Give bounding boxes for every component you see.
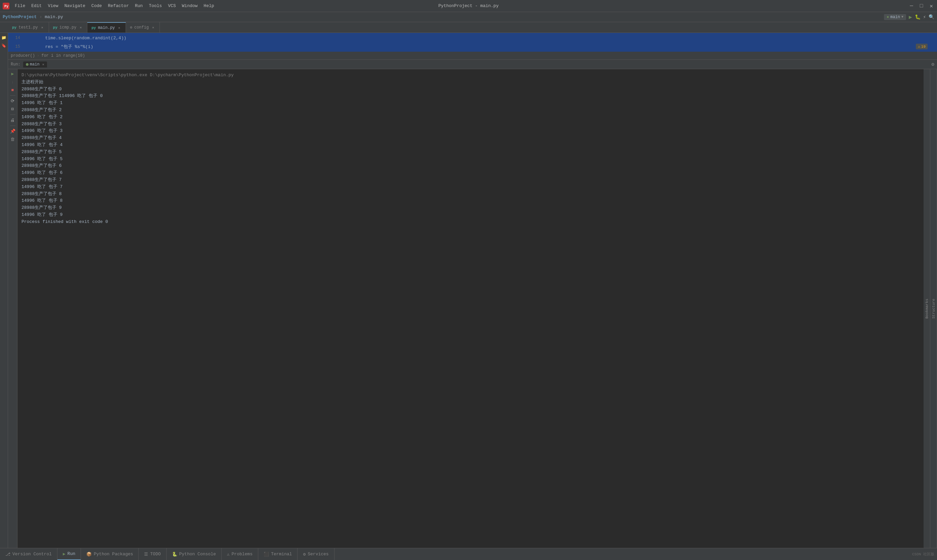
bottom-tab-run[interactable]: ▶ Run xyxy=(57,548,81,560)
run-print-button[interactable]: 🖨 xyxy=(9,117,16,123)
run-delete-button[interactable]: 🗑 xyxy=(9,136,16,143)
menu-window[interactable]: Window xyxy=(179,2,200,10)
output-line-19: 14996 吃了 包子 8 xyxy=(22,197,920,205)
project-bar: PythonProject › main.py ● main ▼ ▶ 🐛 ⚡ 🔍 xyxy=(0,12,937,22)
bottom-tab-problems[interactable]: ⚠ Problems xyxy=(222,548,258,560)
code-editor-selection: 14 time.sleep(random.randint(2,4)) 15 re… xyxy=(8,33,937,52)
structure-sidebar[interactable]: Structure xyxy=(930,69,937,548)
warning-badge[interactable]: ⚠ 19 xyxy=(916,44,928,49)
output-line-1: 主进程开始 xyxy=(22,79,920,86)
close-button[interactable]: ✕ xyxy=(928,2,934,11)
menu-tools[interactable]: Tools xyxy=(146,2,165,10)
output-line-10: 28988生产了包子 4 xyxy=(22,135,920,142)
run-pin-button[interactable]: 📌 xyxy=(9,128,16,135)
menu-navigate[interactable]: Navigate xyxy=(62,2,88,10)
run-config-selector[interactable]: ● main ▼ xyxy=(884,14,906,20)
run-button[interactable]: ▶ xyxy=(909,14,912,20)
packages-icon: 📦 xyxy=(86,552,92,557)
status-bar-right: CSDN 社区版 xyxy=(912,548,937,560)
tab-label: config xyxy=(134,25,149,30)
bottom-tab-python-packages[interactable]: 📦 Python Packages xyxy=(81,548,139,560)
terminal-icon: ⬛ xyxy=(264,552,269,557)
project-sidebar-icon[interactable]: 📁 xyxy=(1,34,8,41)
menu-bar: File Edit View Navigate Code Refactor Ru… xyxy=(12,2,217,10)
output-line-7: 14996 吃了 包子 2 xyxy=(22,114,920,121)
tab-close-button[interactable]: ✕ xyxy=(78,25,83,30)
tab-close-button[interactable]: ✕ xyxy=(40,25,45,30)
run-close-console-button[interactable]: ⊟ xyxy=(9,106,16,112)
problems-icon: ⚠ xyxy=(227,552,230,557)
output-line-8: 28988生产了包子 3 xyxy=(22,121,920,128)
tab-test1[interactable]: py test1.py ✕ xyxy=(8,22,49,32)
run-controls-sidebar: ▶ ↓ ■ ⟳ ⊟ 🖨 📌 🗑 xyxy=(8,69,17,548)
output-line-12: 28988生产了包子 5 xyxy=(22,149,920,156)
line-number: 14 xyxy=(11,35,24,40)
packages-label: Python Packages xyxy=(94,552,133,557)
debug-button[interactable]: 🐛 xyxy=(915,14,920,20)
code-breadcrumb: producer() › for i in range(10) xyxy=(8,52,937,60)
project-name[interactable]: PythonProject xyxy=(3,14,37,20)
line-content: res = "包子 %s"%(i) xyxy=(24,44,93,50)
maximize-button[interactable]: □ xyxy=(919,2,925,11)
bottom-tab-terminal[interactable]: ⬛ Terminal xyxy=(258,548,298,560)
bottom-tab-todo[interactable]: ☰ TODO xyxy=(139,548,166,560)
run-output[interactable]: D:\pycharm\PythonProject\venv\Scripts\py… xyxy=(17,69,923,548)
py-file-icon: py xyxy=(91,26,96,30)
output-line-6: 28988生产了包子 2 xyxy=(22,107,920,114)
bottom-tab-python-console[interactable]: 🐍 Python Console xyxy=(166,548,222,560)
output-line-2: 28988生产了包子 0 xyxy=(22,86,920,93)
tab-config[interactable]: ⚙ config ✕ xyxy=(126,22,160,32)
line-number: 15 xyxy=(11,44,24,49)
run-tab-close[interactable]: ✕ xyxy=(42,62,44,66)
tabs-bar: py test1.py ✕ py icmp.py ✕ py main.py ✕ … xyxy=(0,22,937,33)
output-line-9: 14996 吃了 包子 3 xyxy=(22,128,920,135)
breadcrumb-item-for[interactable]: for i in range(10) xyxy=(41,53,85,58)
run-stop-button[interactable]: ■ xyxy=(9,87,16,93)
menu-help[interactable]: Help xyxy=(201,2,217,10)
problems-label: Problems xyxy=(232,552,252,557)
controls-separator xyxy=(10,95,15,96)
controls-separator-3 xyxy=(10,126,15,126)
minimize-button[interactable]: ─ xyxy=(908,2,914,11)
run-tab-name: main xyxy=(30,62,40,67)
tab-close-button[interactable]: ✕ xyxy=(117,26,122,30)
coverage-button[interactable]: ⚡ xyxy=(923,14,926,20)
bookmarks-sidebar[interactable]: Bookmarks xyxy=(923,69,930,548)
output-line-17: 14996 吃了 包子 7 xyxy=(22,184,920,191)
menu-refactor[interactable]: Refactor xyxy=(105,2,131,10)
output-line-3: 28988生产了包子 114996 吃了 包子 0 xyxy=(22,93,920,100)
menu-vcs[interactable]: VCS xyxy=(165,2,178,10)
menu-run[interactable]: Run xyxy=(132,2,145,10)
menu-code[interactable]: Code xyxy=(89,2,105,10)
app-logo: Py xyxy=(3,3,9,9)
tab-icmp[interactable]: py icmp.py ✕ xyxy=(49,22,88,32)
tab-close-button[interactable]: ✕ xyxy=(151,25,155,30)
run-tab-main[interactable]: main ✕ xyxy=(23,62,47,68)
bottom-tab-vcs[interactable]: ⎇ Version Control xyxy=(0,548,57,560)
run-resume-button[interactable]: ▶ xyxy=(9,71,16,77)
warning-icon: ⚠ xyxy=(918,44,920,49)
search-button[interactable]: 🔍 xyxy=(929,14,934,20)
line-content: time.sleep(random.randint(2,4)) xyxy=(24,35,126,41)
code-line-14[interactable]: 14 time.sleep(random.randint(2,4)) xyxy=(9,34,934,42)
console-label: Python Console xyxy=(179,552,216,557)
code-line-15[interactable]: 15 res = "包子 %s"%(i) xyxy=(9,42,934,51)
bookmark-sidebar-icon[interactable]: 🔖 xyxy=(1,42,8,49)
menu-file[interactable]: File xyxy=(12,2,28,10)
tab-main[interactable]: py main.py ✕ xyxy=(87,22,126,32)
run-panel-body: ▶ ↓ ■ ⟳ ⊟ 🖨 📌 🗑 D:\pycharm\PythonProject… xyxy=(8,69,937,548)
tab-label: icmp.py xyxy=(60,25,76,30)
bottom-tab-services[interactable]: ⚙ Services xyxy=(298,548,334,560)
run-step-over-button[interactable]: ↓ xyxy=(9,78,16,85)
output-line-14: 28988生产了包子 6 xyxy=(22,163,920,169)
services-label: Services xyxy=(308,552,328,557)
breadcrumb-item-producer[interactable]: producer() xyxy=(11,53,35,58)
controls-separator-2 xyxy=(10,114,15,115)
py-file-icon: py xyxy=(12,26,17,29)
run-rerun-button[interactable]: ⟳ xyxy=(9,98,16,105)
output-line-18: 28988生产了包子 8 xyxy=(22,191,920,198)
todo-label: TODO xyxy=(150,552,160,557)
run-settings-icon[interactable]: ⚙ xyxy=(932,62,934,67)
menu-edit[interactable]: Edit xyxy=(29,2,44,10)
menu-view[interactable]: View xyxy=(45,2,61,10)
